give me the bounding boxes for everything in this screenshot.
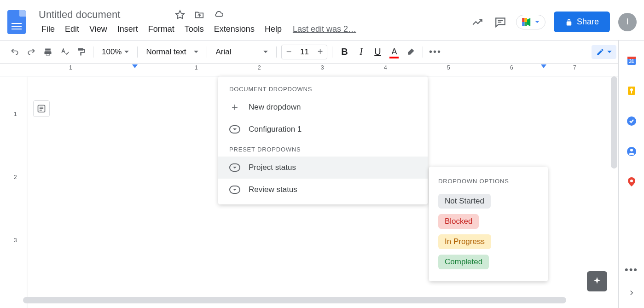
dropdown-chip-icon [229,124,240,135]
svg-point-23 [630,180,633,182]
right-indent-marker[interactable] [541,64,546,68]
option-blocked[interactable]: Blocked [438,214,479,229]
comment-history-icon[interactable] [493,15,508,29]
vertical-scrollbar[interactable] [611,76,617,169]
toolbar: 100% Normal text Arial − + B I U A ••• [0,41,644,64]
options-title: DROPDOWN OPTIONS [429,174,548,191]
font-size-input[interactable] [296,45,313,59]
last-edit-link[interactable]: Last edit was 2… [293,24,356,34]
section-title-preset-dropdowns: PRESET DROPDOWNS [218,140,428,157]
horizontal-ruler-area: 1 1 2 3 4 5 6 7 [0,64,644,76]
print-button[interactable] [41,45,55,59]
document-outline-button[interactable] [33,100,50,117]
editing-mode-button[interactable] [592,45,616,59]
docs-logo-icon[interactable] [7,10,26,34]
menu-item-review-status[interactable]: Review status [218,179,428,201]
separator [423,46,423,58]
text-color-button[interactable]: A [387,45,401,59]
ruler-mark: 1 [14,111,17,117]
sparkle-icon [592,276,602,286]
menu-bar: File Edit View Insert Format Tools Exten… [37,23,470,36]
svg-marker-7 [527,18,530,26]
spellcheck-button[interactable] [57,45,72,59]
horizontal-scrollbar[interactable] [23,297,566,303]
collapse-side-panel-icon[interactable] [626,287,638,299]
menu-format[interactable]: Format [144,23,179,36]
option-completed[interactable]: Completed [438,255,489,269]
left-indent-marker[interactable] [132,64,138,68]
chevron-down-icon [194,51,198,53]
menu-file[interactable]: File [37,23,59,36]
move-to-folder-icon[interactable] [193,8,206,21]
ruler-mark: 3 [321,64,324,71]
document-title-input[interactable] [37,8,167,22]
zoom-dropdown[interactable]: 100% [98,46,133,58]
keep-icon[interactable] [626,85,638,97]
menu-item-new-dropdown[interactable]: New dropdown [218,96,428,118]
cloud-status-icon[interactable] [212,8,225,21]
option-not-started[interactable]: Not Started [438,194,491,209]
redo-button[interactable] [24,45,39,59]
pencil-icon [596,48,604,56]
vertical-ruler[interactable]: 1 2 3 [0,76,23,308]
header: File Edit View Insert Format Tools Exten… [0,0,644,41]
svg-point-18 [630,88,633,91]
menu-tools[interactable]: Tools [180,23,209,36]
separator [93,46,93,58]
horizontal-ruler[interactable]: 1 1 2 3 4 5 6 7 [23,64,644,76]
menu-view[interactable]: View [85,23,112,36]
plus-icon [229,102,240,113]
ruler-mark: 3 [14,237,17,244]
bold-button[interactable]: B [337,45,352,59]
more-options-button[interactable]: ••• [428,45,442,59]
addons-icon[interactable]: ••• [626,264,638,276]
menu-item-label: Project status [249,163,296,172]
calendar-icon[interactable]: 31 [626,54,638,66]
meet-icon [522,18,532,26]
menu-item-configuration-1[interactable]: Configuration 1 [218,118,428,140]
header-right: Share I [470,12,637,32]
separator [207,46,207,58]
svg-rect-6 [525,22,527,26]
contacts-icon[interactable] [626,145,638,157]
ruler-mark: 1 [195,64,198,71]
undo-button[interactable] [7,45,22,59]
menu-extensions[interactable]: Extensions [209,23,259,36]
underline-button[interactable]: U [370,45,385,59]
highlight-color-button[interactable] [403,45,418,59]
chevron-down-icon [263,51,268,53]
paint-format-button[interactable] [74,45,88,59]
svg-rect-3 [522,18,524,22]
menu-item-project-status[interactable]: Project status [218,157,428,179]
star-icon[interactable] [174,8,186,21]
svg-rect-4 [525,18,527,22]
maps-icon[interactable] [626,176,638,188]
ruler-mark: 1 [69,64,72,71]
paragraph-style-dropdown[interactable]: Normal text [142,46,202,58]
paragraph-style-value: Normal text [146,47,186,57]
font-size-increase-button[interactable]: + [313,45,327,59]
zoom-value: 100% [102,47,122,57]
account-avatar[interactable]: I [618,13,637,31]
option-in-progress[interactable]: In Progress [438,234,491,249]
activity-icon[interactable] [470,15,485,29]
svg-marker-0 [176,11,184,18]
font-family-dropdown[interactable]: Arial [212,46,272,58]
menu-edit[interactable]: Edit [60,23,84,36]
chevron-down-icon [607,51,612,53]
svg-point-22 [630,149,633,151]
dropdown-chip-icon [229,184,240,195]
menu-insert[interactable]: Insert [113,23,143,36]
ruler-mark: 2 [258,64,261,71]
separator [276,46,277,58]
menu-item-label: Review status [249,185,297,194]
meet-button[interactable] [516,15,545,29]
share-button[interactable]: Share [554,12,610,32]
dropdown-options-submenu: DROPDOWN OPTIONS Not Started Blocked In … [429,167,548,281]
italic-button[interactable]: I [354,45,368,59]
ruler-mark: 6 [510,64,513,71]
explore-button[interactable] [587,271,607,291]
tasks-icon[interactable] [626,115,638,127]
font-size-decrease-button[interactable]: − [282,45,296,59]
menu-help[interactable]: Help [260,23,286,36]
